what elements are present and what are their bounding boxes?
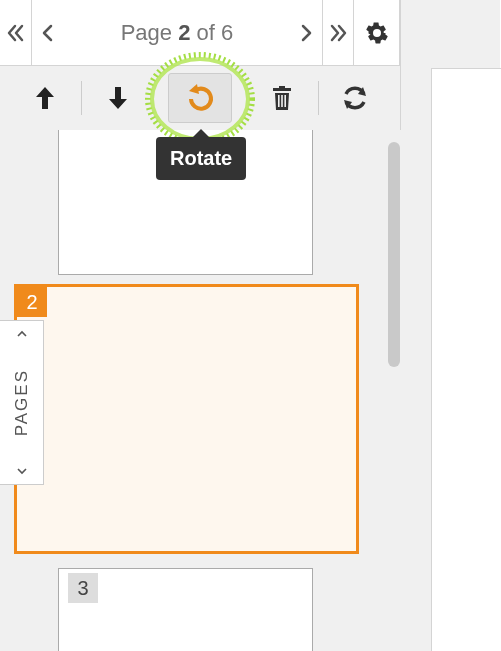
gear-icon [365,21,389,45]
refresh-button[interactable] [323,73,387,123]
chevron-down-icon [16,466,28,476]
pages-tab-label: PAGES [12,369,32,436]
page-word: Page [121,20,172,45]
next-page-button[interactable] [290,0,322,66]
prev-page-button[interactable] [32,0,64,66]
page-number-badge: 2 [17,287,47,317]
trash-icon [271,85,293,111]
page-nav: Page 2 of 6 [0,0,400,66]
svg-rect-0 [278,95,280,107]
page-total: 6 [221,20,233,45]
arrow-down-icon [107,85,129,111]
page-thumbnail-2[interactable]: 2 [14,284,359,554]
tooltip-label: Rotate [170,147,232,169]
rotate-tooltip: Rotate [156,137,246,180]
svg-rect-2 [284,95,286,107]
page-number-badge: 3 [68,573,98,603]
page-current: 2 [178,20,190,45]
chevrons-right-icon [328,23,348,43]
rotate-button[interactable] [168,73,232,123]
separator [318,81,319,115]
pages-sidebar-tab[interactable]: PAGES [0,320,44,485]
page-of-word: of [197,20,215,45]
document-viewport-edge [401,0,500,651]
chevron-up-icon [16,329,28,339]
move-up-button[interactable] [13,73,77,123]
scrollbar-thumb[interactable] [388,142,400,367]
refresh-icon [341,84,369,112]
first-page-button[interactable] [0,0,32,66]
move-down-button[interactable] [86,73,150,123]
chevron-right-icon [298,23,314,43]
chevron-left-icon [40,23,56,43]
page-toolbar [0,66,400,130]
rotate-ccw-icon [185,83,215,113]
separator [81,81,82,115]
delete-button[interactable] [250,73,314,123]
page-indicator: Page 2 of 6 [64,20,290,46]
thumbnails-panel: 2 3 [0,130,401,651]
arrow-up-icon [34,85,56,111]
svg-rect-1 [281,95,283,107]
chevrons-left-icon [6,23,26,43]
settings-button[interactable] [354,0,400,66]
last-page-button[interactable] [322,0,354,66]
